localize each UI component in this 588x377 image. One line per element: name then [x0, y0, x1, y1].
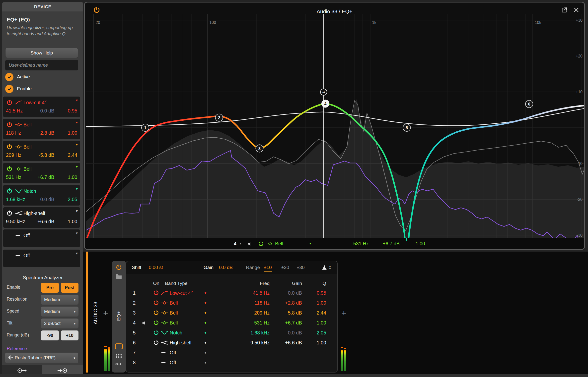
expand-grid-icon[interactable]	[116, 353, 122, 359]
band-power-icon[interactable]	[153, 340, 159, 345]
band-gain-value[interactable]: +6.7 dB	[37, 174, 54, 180]
band-q-value[interactable]: 1.00	[306, 340, 326, 346]
band-type-chevron-icon[interactable]: ▾	[205, 301, 206, 305]
minus90-button[interactable]: -90	[41, 330, 59, 340]
band-gain-value[interactable]: +6.6 dB	[273, 340, 302, 346]
band-type-value[interactable]: Bell	[170, 310, 178, 316]
band-card-4[interactable]: Bell▾531 Hz+6.7 dB1.00	[3, 163, 80, 183]
device-tab-label[interactable]: EQ+	[116, 311, 122, 321]
band-power-icon[interactable]	[153, 330, 159, 335]
band-marker-5[interactable]: 5	[403, 124, 411, 131]
shift-value[interactable]: 0.00 st	[149, 265, 163, 270]
band-power-icon[interactable]	[6, 144, 12, 150]
band-marker-2[interactable]: 2	[215, 114, 223, 121]
band-card-2[interactable]: Bell▾118 Hz+2.8 dB1.00	[3, 119, 80, 139]
band-marker-6[interactable]: 6	[525, 100, 533, 108]
band-type-chevron-icon[interactable]: ▾	[205, 291, 206, 295]
plus10-button[interactable]: +10	[61, 330, 78, 340]
band-gain-value[interactable]: -5.8 dB	[39, 152, 54, 158]
band-table-row-4[interactable]: 4Bell▾531 Hz+6.7 dB1.00	[126, 318, 337, 328]
band-type-chevron-icon[interactable]: ▾	[205, 351, 206, 355]
device-tab-strip[interactable]: EQ+	[112, 261, 126, 373]
active-checkbox[interactable]	[5, 73, 13, 81]
band-q-value[interactable]: 1.00	[416, 241, 425, 247]
speed-dropdown[interactable]: Medium▾	[41, 307, 78, 317]
band-q-value[interactable]: 1.00	[68, 219, 77, 224]
reference-selector[interactable]: Rusty Rubber (PRE) ▾	[5, 353, 78, 363]
range-option-20[interactable]: ±20	[281, 265, 289, 271]
band-power-icon[interactable]	[153, 290, 159, 296]
band-power-icon[interactable]	[153, 310, 159, 316]
band-freq-value[interactable]: 118 Hz	[233, 300, 270, 306]
band-power-icon[interactable]	[6, 166, 12, 172]
band-marker-4[interactable]: 4	[322, 100, 329, 108]
band-type-value[interactable]: Low-cut 4P	[170, 290, 193, 296]
band-card-1[interactable]: Low-cut 4P▾41.5 Hz0.0 dB0.95	[3, 97, 80, 117]
band-q-value[interactable]: 2.05	[306, 330, 326, 336]
range-option-10[interactable]: ±10	[264, 265, 272, 272]
band-gain-value[interactable]: +6.7 dB	[273, 320, 302, 326]
chevron-down-icon[interactable]: ▾	[76, 98, 78, 103]
band-type-value[interactable]: Off	[170, 350, 176, 356]
band-gain-value[interactable]: +6.6 dB	[37, 219, 54, 224]
band-q-value[interactable]: 2.44	[68, 152, 77, 158]
band-freq-value[interactable]: 1.68 kHz	[6, 197, 25, 202]
band-type-value[interactable]: Bell	[275, 241, 283, 247]
band-type-value[interactable]: Notch	[170, 330, 182, 336]
band-table-row-6[interactable]: 6High-shelf▾9.50 kHz+6.6 dB1.00	[126, 338, 337, 348]
chevron-down-icon[interactable]: ▾	[76, 164, 78, 169]
tilt-dropdown[interactable]: 3 dB/oct▾	[41, 319, 78, 328]
band-table-row-5[interactable]: 5Notch▾1.68 kHz0.0 dB2.05	[126, 328, 337, 338]
band-card-8[interactable]: Off▾	[3, 250, 80, 267]
solo-speaker-icon[interactable]	[142, 320, 147, 326]
band-freq-value[interactable]: 9.50 kHz	[233, 340, 270, 346]
band-freq-value[interactable]: 41.5 Hz	[6, 108, 23, 114]
band-power-icon[interactable]	[6, 210, 12, 216]
resolution-dropdown[interactable]: Medium▾	[41, 295, 78, 305]
gain-value[interactable]: 0.0 dB	[219, 265, 233, 270]
band-freq-value[interactable]: 41.5 Hz	[233, 290, 270, 296]
band-card-6[interactable]: High-shelf▾9.50 kHz+6.6 dB1.00	[3, 207, 80, 228]
band-gain-value[interactable]: 0.0 dB	[273, 330, 302, 336]
band-q-value[interactable]: 1.00	[306, 320, 326, 326]
show-help-button[interactable]: Show Help	[5, 48, 78, 58]
band-q-value[interactable]: 1.00	[306, 300, 326, 306]
band-gain-value[interactable]: -5.8 dB	[273, 310, 302, 316]
output-chain-icon[interactable]	[115, 361, 122, 368]
band-gain-value[interactable]: +6.7 dB	[383, 241, 400, 247]
drag-handle-icon[interactable]: ⇔	[320, 89, 327, 95]
chevron-down-icon[interactable]: ▾	[76, 209, 78, 213]
chevron-down-icon[interactable]: ▾	[76, 120, 78, 125]
band-type-chevron-icon[interactable]: ▾	[205, 361, 206, 365]
pre-button[interactable]: Pre	[41, 283, 59, 293]
band-power-icon[interactable]	[153, 320, 159, 325]
post-button[interactable]: Post	[61, 283, 78, 293]
band-freq-value[interactable]: 531 Hz	[233, 320, 270, 326]
band-table-row-7[interactable]: 7Off▾	[126, 348, 337, 358]
band-power-icon[interactable]	[6, 100, 12, 106]
band-select-chevron-icon[interactable]: ▾	[240, 242, 241, 245]
band-q-value[interactable]: 2.44	[306, 310, 326, 316]
device-name-input[interactable]: User-defined name	[5, 60, 78, 70]
band-freq-value[interactable]: 118 Hz	[6, 130, 21, 136]
band-q-value[interactable]: 1.00	[68, 130, 77, 136]
add-device-right-button[interactable]: +	[341, 308, 346, 318]
band-freq-value[interactable]: 209 Hz	[233, 310, 270, 316]
band-marker-3[interactable]: 3	[256, 145, 263, 152]
band-type-chevron-icon[interactable]: ▾	[205, 311, 206, 315]
band-gain-value[interactable]: +2.8 dB	[273, 300, 302, 306]
band-freq-value[interactable]: 9.50 kHz	[6, 219, 25, 224]
presets-folder-icon[interactable]	[116, 274, 122, 280]
band-type-chevron-icon[interactable]: ▾	[309, 242, 311, 245]
band-table-row-2[interactable]: 2Bell▾118 Hz+2.8 dB1.00	[126, 298, 337, 308]
band-gain-value[interactable]: 0.0 dB	[273, 290, 302, 296]
adaptive-q-peak-icon[interactable]	[321, 264, 328, 272]
band-table-row-1[interactable]: 1Low-cut 4P▾41.5 Hz0.0 dB0.95	[126, 288, 337, 298]
band-card-7[interactable]: Off▾	[3, 229, 80, 247]
band-q-value[interactable]: 2.05	[68, 197, 77, 202]
band-table-row-8[interactable]: 8Off▾	[126, 358, 337, 368]
band-power-icon[interactable]	[6, 188, 12, 194]
band-card-5[interactable]: Notch▾1.68 kHz0.0 dB2.05	[3, 185, 80, 206]
device-power-icon[interactable]	[116, 264, 122, 271]
band-marker-1[interactable]: 1	[142, 124, 149, 131]
